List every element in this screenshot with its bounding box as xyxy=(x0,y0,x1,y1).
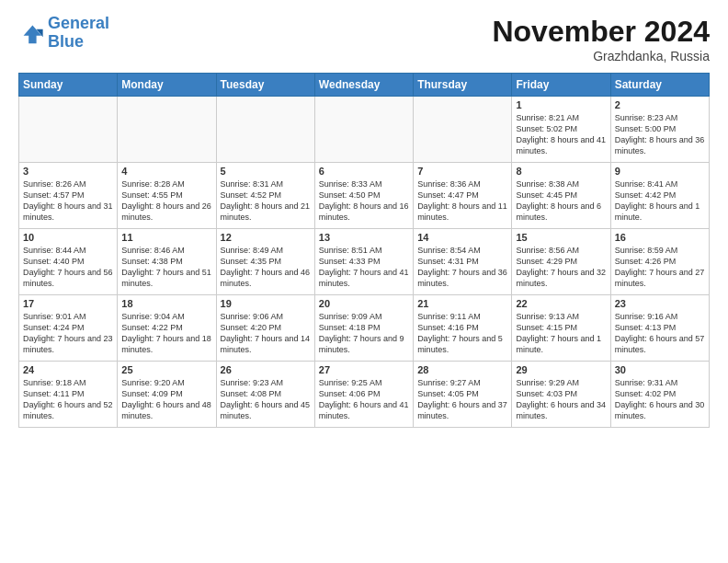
calendar: SundayMondayTuesdayWednesdayThursdayFrid… xyxy=(18,73,710,428)
day-number: 19 xyxy=(221,298,311,309)
day-info: Sunrise: 8:21 AM Sunset: 5:02 PM Dayligh… xyxy=(516,112,606,157)
logo-general: General xyxy=(48,14,109,32)
calendar-cell: 3Sunrise: 8:26 AM Sunset: 4:57 PM Daylig… xyxy=(19,163,118,229)
week-row-0: 1Sunrise: 8:21 AM Sunset: 5:02 PM Daylig… xyxy=(19,97,710,163)
calendar-cell xyxy=(216,97,314,163)
day-number: 25 xyxy=(121,364,211,375)
day-number: 18 xyxy=(121,298,211,309)
day-number: 22 xyxy=(516,298,606,309)
day-header-tuesday: Tuesday xyxy=(216,74,314,97)
day-number: 6 xyxy=(319,166,409,177)
day-info: Sunrise: 9:25 AM Sunset: 4:06 PM Dayligh… xyxy=(319,377,409,422)
day-info: Sunrise: 9:29 AM Sunset: 4:03 PM Dayligh… xyxy=(516,377,606,422)
week-row-3: 17Sunrise: 9:01 AM Sunset: 4:24 PM Dayli… xyxy=(19,295,710,362)
day-number: 28 xyxy=(417,364,507,375)
week-row-1: 3Sunrise: 8:26 AM Sunset: 4:57 PM Daylig… xyxy=(19,163,710,229)
logo-text: General Blue xyxy=(48,15,109,52)
calendar-cell: 15Sunrise: 8:56 AM Sunset: 4:29 PM Dayli… xyxy=(512,229,610,295)
calendar-cell: 22Sunrise: 9:13 AM Sunset: 4:15 PM Dayli… xyxy=(512,295,610,362)
calendar-header: SundayMondayTuesdayWednesdayThursdayFrid… xyxy=(19,74,710,97)
day-number: 14 xyxy=(417,232,507,243)
calendar-cell: 12Sunrise: 8:49 AM Sunset: 4:35 PM Dayli… xyxy=(216,229,314,295)
day-header-thursday: Thursday xyxy=(414,74,512,97)
day-info: Sunrise: 9:31 AM Sunset: 4:02 PM Dayligh… xyxy=(615,377,705,422)
calendar-cell: 29Sunrise: 9:29 AM Sunset: 4:03 PM Dayli… xyxy=(512,362,610,428)
day-number: 2 xyxy=(615,99,705,110)
day-info: Sunrise: 9:01 AM Sunset: 4:24 PM Dayligh… xyxy=(23,311,113,356)
day-info: Sunrise: 8:46 AM Sunset: 4:38 PM Dayligh… xyxy=(121,245,211,290)
day-info: Sunrise: 9:06 AM Sunset: 4:20 PM Dayligh… xyxy=(221,311,311,356)
logo-icon xyxy=(18,20,44,46)
day-info: Sunrise: 9:23 AM Sunset: 4:08 PM Dayligh… xyxy=(221,377,311,422)
day-number: 7 xyxy=(417,166,507,177)
day-number: 10 xyxy=(23,232,113,243)
calendar-cell: 19Sunrise: 9:06 AM Sunset: 4:20 PM Dayli… xyxy=(216,295,314,362)
day-number: 13 xyxy=(319,232,409,243)
calendar-cell xyxy=(118,97,216,163)
calendar-cell: 28Sunrise: 9:27 AM Sunset: 4:05 PM Dayli… xyxy=(414,362,512,428)
calendar-cell: 5Sunrise: 8:31 AM Sunset: 4:52 PM Daylig… xyxy=(216,163,314,229)
day-info: Sunrise: 9:27 AM Sunset: 4:05 PM Dayligh… xyxy=(417,377,507,422)
day-number: 12 xyxy=(221,232,311,243)
calendar-cell: 16Sunrise: 8:59 AM Sunset: 4:26 PM Dayli… xyxy=(610,229,709,295)
day-info: Sunrise: 8:33 AM Sunset: 4:50 PM Dayligh… xyxy=(319,178,409,224)
day-number: 15 xyxy=(516,232,606,243)
day-number: 9 xyxy=(615,166,705,177)
day-info: Sunrise: 8:41 AM Sunset: 4:42 PM Dayligh… xyxy=(615,178,705,224)
day-info: Sunrise: 9:16 AM Sunset: 4:13 PM Dayligh… xyxy=(615,311,705,356)
day-info: Sunrise: 8:26 AM Sunset: 4:57 PM Dayligh… xyxy=(23,178,113,224)
day-number: 23 xyxy=(615,298,705,309)
day-info: Sunrise: 8:23 AM Sunset: 5:00 PM Dayligh… xyxy=(615,112,705,157)
calendar-cell: 13Sunrise: 8:51 AM Sunset: 4:33 PM Dayli… xyxy=(314,229,413,295)
day-info: Sunrise: 9:20 AM Sunset: 4:09 PM Dayligh… xyxy=(121,377,211,422)
logo: General Blue xyxy=(18,15,109,52)
calendar-cell: 24Sunrise: 9:18 AM Sunset: 4:11 PM Dayli… xyxy=(19,362,118,428)
calendar-cell: 27Sunrise: 9:25 AM Sunset: 4:06 PM Dayli… xyxy=(314,362,413,428)
day-number: 17 xyxy=(23,298,113,309)
logo-blue: Blue xyxy=(48,32,84,51)
calendar-cell: 2Sunrise: 8:23 AM Sunset: 5:00 PM Daylig… xyxy=(610,97,709,163)
day-info: Sunrise: 8:56 AM Sunset: 4:29 PM Dayligh… xyxy=(516,245,606,290)
day-number: 1 xyxy=(516,99,606,110)
calendar-cell: 11Sunrise: 8:46 AM Sunset: 4:38 PM Dayli… xyxy=(118,229,216,295)
calendar-cell: 6Sunrise: 8:33 AM Sunset: 4:50 PM Daylig… xyxy=(314,163,413,229)
day-number: 21 xyxy=(417,298,507,309)
calendar-cell: 1Sunrise: 8:21 AM Sunset: 5:02 PM Daylig… xyxy=(512,97,610,163)
day-number: 24 xyxy=(23,364,113,375)
day-info: Sunrise: 8:51 AM Sunset: 4:33 PM Dayligh… xyxy=(319,245,409,290)
calendar-cell: 23Sunrise: 9:16 AM Sunset: 4:13 PM Dayli… xyxy=(610,295,709,362)
day-header-row: SundayMondayTuesdayWednesdayThursdayFrid… xyxy=(19,74,710,97)
month-title: November 2024 xyxy=(492,15,710,49)
day-number: 26 xyxy=(221,364,311,375)
day-info: Sunrise: 8:31 AM Sunset: 4:52 PM Dayligh… xyxy=(221,178,311,224)
week-row-4: 24Sunrise: 9:18 AM Sunset: 4:11 PM Dayli… xyxy=(19,362,710,428)
calendar-cell xyxy=(314,97,413,163)
day-info: Sunrise: 9:11 AM Sunset: 4:16 PM Dayligh… xyxy=(417,311,507,356)
title-block: November 2024 Grazhdanka, Russia xyxy=(492,15,710,63)
calendar-cell: 25Sunrise: 9:20 AM Sunset: 4:09 PM Dayli… xyxy=(118,362,216,428)
day-info: Sunrise: 8:28 AM Sunset: 4:55 PM Dayligh… xyxy=(121,178,211,224)
calendar-cell: 18Sunrise: 9:04 AM Sunset: 4:22 PM Dayli… xyxy=(118,295,216,362)
day-number: 29 xyxy=(516,364,606,375)
day-info: Sunrise: 9:18 AM Sunset: 4:11 PM Dayligh… xyxy=(23,377,113,422)
calendar-cell: 30Sunrise: 9:31 AM Sunset: 4:02 PM Dayli… xyxy=(610,362,709,428)
calendar-cell: 10Sunrise: 8:44 AM Sunset: 4:40 PM Dayli… xyxy=(19,229,118,295)
calendar-cell: 14Sunrise: 8:54 AM Sunset: 4:31 PM Dayli… xyxy=(414,229,512,295)
day-number: 20 xyxy=(319,298,409,309)
calendar-cell: 20Sunrise: 9:09 AM Sunset: 4:18 PM Dayli… xyxy=(314,295,413,362)
calendar-cell: 9Sunrise: 8:41 AM Sunset: 4:42 PM Daylig… xyxy=(610,163,709,229)
day-info: Sunrise: 8:38 AM Sunset: 4:45 PM Dayligh… xyxy=(516,178,606,224)
day-number: 3 xyxy=(23,166,113,177)
calendar-cell: 21Sunrise: 9:11 AM Sunset: 4:16 PM Dayli… xyxy=(414,295,512,362)
day-number: 5 xyxy=(221,166,311,177)
day-header-wednesday: Wednesday xyxy=(314,74,413,97)
page: General Blue November 2024 Grazhdanka, R… xyxy=(0,0,728,563)
calendar-cell: 17Sunrise: 9:01 AM Sunset: 4:24 PM Dayli… xyxy=(19,295,118,362)
day-info: Sunrise: 9:13 AM Sunset: 4:15 PM Dayligh… xyxy=(516,311,606,356)
calendar-cell xyxy=(19,97,118,163)
day-number: 11 xyxy=(121,232,211,243)
day-header-friday: Friday xyxy=(512,74,610,97)
location-subtitle: Grazhdanka, Russia xyxy=(492,49,710,63)
week-row-2: 10Sunrise: 8:44 AM Sunset: 4:40 PM Dayli… xyxy=(19,229,710,295)
day-number: 30 xyxy=(615,364,705,375)
